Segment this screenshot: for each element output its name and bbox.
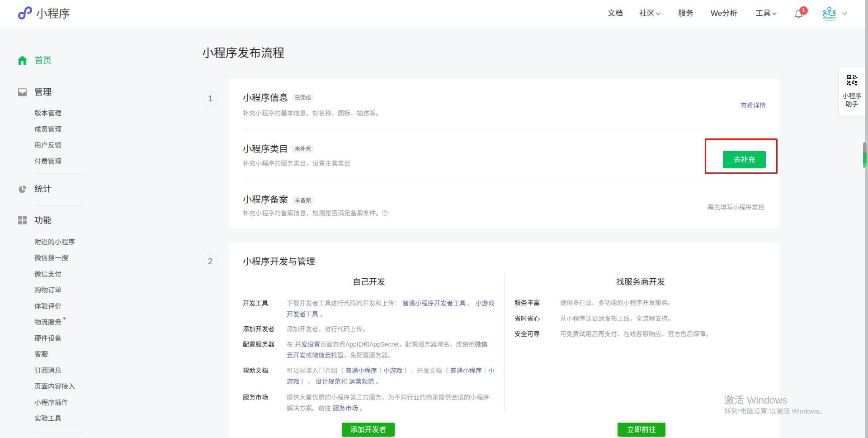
- svg-text:Skychaker: Skychaker: [823, 16, 836, 19]
- svg-text:keep exploring: keep exploring: [824, 19, 834, 21]
